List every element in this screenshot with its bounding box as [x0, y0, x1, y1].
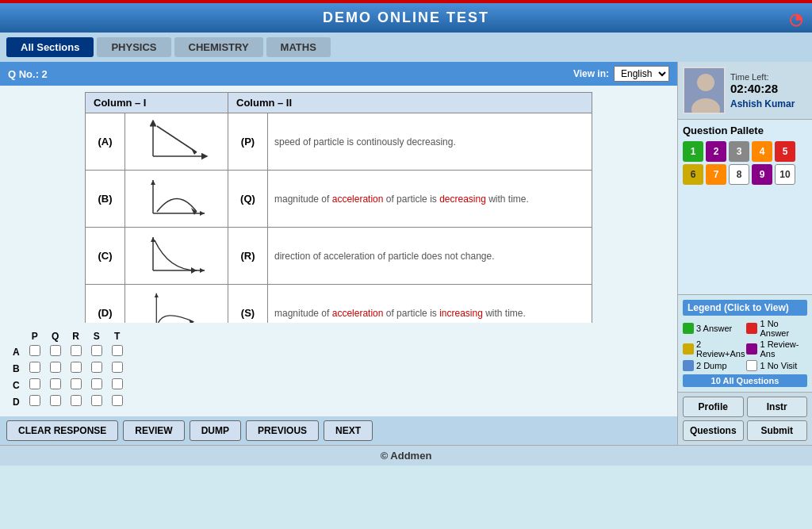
dump-button[interactable]: DUMP	[190, 420, 241, 441]
row-q-label: (Q)	[228, 171, 268, 228]
chk-d-p[interactable]	[29, 395, 40, 406]
row-a-diagram	[125, 113, 228, 171]
palette-num-7[interactable]: 7	[706, 164, 726, 185]
palette-num-2[interactable]: 2	[706, 141, 726, 162]
chk-d-t[interactable]	[112, 395, 123, 406]
legend-no-visit: 1 No Visit	[746, 360, 807, 371]
rb-row-2: Questions Submit	[683, 420, 807, 441]
question-number: Q No.: 2	[8, 68, 48, 80]
legend-no-answer-text: 1 No Answer	[760, 319, 807, 338]
page-title: DEMO ONLINE TEST	[323, 10, 489, 25]
view-in-section: View in: English Hindi	[573, 66, 669, 82]
legend-dot-green	[683, 323, 694, 334]
previous-button[interactable]: PREVIOUS	[246, 420, 319, 441]
clear-response-button[interactable]: CLEAR RESPONSE	[6, 420, 118, 441]
match-table: Column – I Column – II (A)	[85, 92, 592, 323]
svg-marker-16	[154, 293, 158, 297]
question-body: Column – I Column – II (A)	[0, 86, 677, 323]
palette-num-6[interactable]: 6	[683, 164, 703, 185]
main-layout: Q No.: 2 View in: English Hindi Column –…	[0, 62, 812, 445]
review-button[interactable]: REVIEW	[123, 420, 184, 441]
tab-physics[interactable]: PHYSICS	[97, 37, 170, 57]
chk-c-r[interactable]	[71, 378, 82, 389]
tab-maths[interactable]: MATHS	[266, 37, 331, 57]
submit-button[interactable]: Submit	[747, 420, 808, 441]
row-p-label: (P)	[228, 113, 268, 171]
footer: © Addmen	[0, 445, 812, 466]
tab-chemistry[interactable]: CHEMISTRY	[174, 37, 263, 57]
section-tabs: All Sections PHYSICS CHEMISTRY MATHS	[0, 33, 812, 62]
legend-dot-yellow	[683, 343, 694, 355]
question-header: Q No.: 2 View in: English Hindi	[0, 62, 677, 86]
legend: Legend (Click to View) 3 Answer 1 No Ans…	[678, 294, 812, 392]
next-button[interactable]: NEXT	[324, 420, 373, 441]
rb-row-1: Profile Instr	[683, 397, 807, 417]
palette-num-8[interactable]: 8	[729, 164, 749, 185]
view-in-label: View in:	[573, 68, 609, 79]
chk-d-r[interactable]	[71, 395, 82, 406]
instr-button[interactable]: Instr	[747, 397, 808, 417]
ans-row-c: C	[8, 377, 128, 393]
legend-no-answer: 1 No Answer	[746, 319, 807, 338]
chk-b-r[interactable]	[71, 362, 82, 373]
chk-a-r[interactable]	[71, 345, 82, 356]
chk-b-q[interactable]	[50, 362, 61, 373]
chk-d-s[interactable]	[91, 395, 102, 406]
chk-b-s[interactable]	[91, 362, 102, 373]
chk-a-q[interactable]	[50, 345, 61, 356]
right-bottom-buttons: Profile Instr Questions Submit	[678, 392, 812, 445]
chk-a-t[interactable]	[112, 345, 123, 356]
svg-marker-6	[151, 180, 155, 185]
legend-answer: 3 Answer	[683, 319, 745, 338]
table-row: (D) (S)	[86, 285, 592, 324]
legend-title[interactable]: Legend (Click to View)	[683, 300, 807, 316]
ans-row-d-label: D	[8, 393, 25, 410]
action-bar: CLEAR RESPONSE REVIEW DUMP PREVIOUS NEXT	[0, 416, 677, 445]
chk-c-p[interactable]	[29, 378, 40, 389]
chk-c-q[interactable]	[50, 378, 61, 389]
chk-c-t[interactable]	[112, 378, 123, 389]
palette-num-1[interactable]: 1	[683, 141, 703, 162]
right-panel: Time Left: 02:40:28 Ashish Kumar Questio…	[677, 62, 812, 445]
ans-col-r: R	[66, 329, 86, 343]
row-s-text: magnitude of acceleration of particle is…	[268, 285, 592, 324]
table-row: (A)	[86, 113, 592, 171]
legend-dot-purple	[746, 343, 757, 355]
time-label: Time Left:	[730, 72, 795, 82]
chk-a-s[interactable]	[91, 345, 102, 356]
legend-grid: 3 Answer 1 No Answer 2 Review+Ans 1 Revi…	[683, 319, 807, 371]
ans-col-p: P	[25, 329, 45, 343]
chk-b-p[interactable]	[29, 362, 40, 373]
legend-all: 10 All Questions	[683, 374, 807, 387]
page-header: DEMO ONLINE TEST ◔	[0, 3, 812, 33]
legend-all-text: 10 All Questions	[711, 376, 779, 385]
chk-b-t[interactable]	[112, 362, 123, 373]
question-palette: Question Pallete 1 2 3 4 5 6 7 8 9 10	[678, 120, 812, 294]
col1-header: Column – I	[86, 93, 228, 113]
row-c-diagram	[125, 228, 228, 285]
palette-num-3[interactable]: 3	[729, 141, 749, 162]
palette-num-9[interactable]: 9	[752, 164, 772, 185]
svg-point-19	[697, 74, 714, 91]
palette-num-5[interactable]: 5	[775, 141, 795, 162]
table-row: (C) (R)	[86, 228, 592, 285]
profile-button[interactable]: Profile	[683, 397, 744, 417]
language-select[interactable]: English Hindi	[614, 66, 669, 82]
palette-grid: 1 2 3 4 5 6 7 8 9 10	[683, 141, 807, 185]
ans-row-c-label: C	[8, 377, 25, 393]
ans-col-t: T	[107, 329, 128, 343]
svg-marker-4	[200, 211, 205, 216]
questions-button[interactable]: Questions	[683, 420, 744, 441]
table-row: (B) (Q)	[86, 171, 592, 228]
palette-num-4[interactable]: 4	[752, 141, 772, 162]
chk-a-p[interactable]	[29, 345, 40, 356]
chk-d-q[interactable]	[50, 395, 61, 406]
row-b-diagram	[125, 171, 228, 228]
palette-num-10[interactable]: 10	[775, 164, 795, 185]
row-c-label: (C)	[86, 228, 125, 285]
palette-title: Question Pallete	[683, 125, 807, 136]
chk-c-s[interactable]	[91, 378, 102, 389]
tab-all-sections[interactable]: All Sections	[6, 37, 94, 57]
legend-dot-blue	[683, 360, 694, 371]
legend-no-visit-text: 1 No Visit	[760, 361, 797, 370]
